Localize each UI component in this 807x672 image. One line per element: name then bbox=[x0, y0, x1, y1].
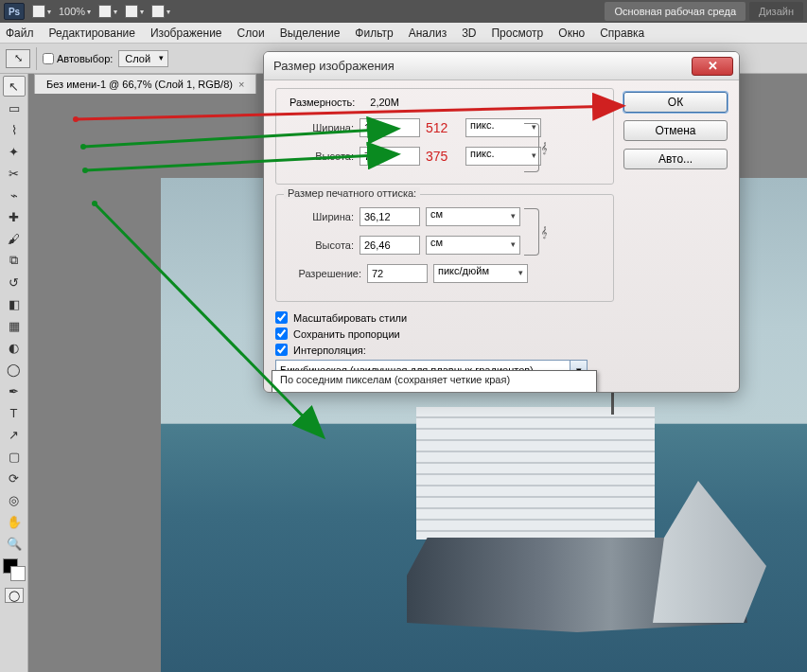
magic-wand-tool[interactable]: ✦ bbox=[3, 141, 26, 162]
pixel-width-input[interactable] bbox=[360, 118, 420, 137]
menu-filter[interactable]: Фильтр bbox=[355, 27, 393, 40]
menu-file[interactable]: Файл bbox=[6, 27, 34, 40]
menu-select[interactable]: Выделение bbox=[280, 27, 341, 40]
image-size-dialog: Размер изображения ✕ Размерность: 2,20M … bbox=[263, 51, 740, 393]
print-group-title: Размер печатного оттиска: bbox=[284, 187, 420, 199]
toolbox: ↖ ▭ ⌇ ✦ ✂ ⌁ ✚ 🖌 ⧉ ↺ ◧ ▦ ◐ ◯ ✒ T ↗ ▢ ⟳ ◎ … bbox=[0, 74, 28, 672]
type-tool[interactable]: T bbox=[3, 402, 26, 423]
keep-proportions-checkbox[interactable]: Сохранить пропорции bbox=[275, 327, 614, 340]
menu-image[interactable]: Изображение bbox=[150, 27, 222, 40]
quickmask-toggle[interactable]: ◯ bbox=[5, 588, 24, 603]
bridge-menu[interactable]: ▾ bbox=[32, 5, 51, 18]
healing-brush-tool[interactable]: ✚ bbox=[3, 206, 26, 227]
interp-option-0[interactable]: По соседним пикселам (сохраняет четкие к… bbox=[272, 371, 596, 388]
background-swatch[interactable] bbox=[10, 566, 26, 581]
lasso-tool[interactable]: ⌇ bbox=[3, 119, 26, 140]
dialog-titlebar[interactable]: Размер изображения ✕ bbox=[264, 52, 739, 80]
move-tool-preview[interactable]: ⤡ bbox=[6, 49, 30, 68]
3d-tool[interactable]: ⟳ bbox=[3, 468, 26, 488]
menu-help[interactable]: Справка bbox=[600, 27, 644, 40]
eraser-tool[interactable]: ◧ bbox=[3, 293, 26, 314]
scale-styles-checkbox[interactable]: Масштабировать стили bbox=[275, 311, 614, 324]
pixel-dimensions-group: Размерность: 2,20M Ширина: 512 пикс. Выс… bbox=[275, 88, 614, 185]
document-tab[interactable]: Без имени-1 @ 66,7% (Слой 1, RGB/8) × bbox=[34, 74, 256, 94]
menu-analysis[interactable]: Анализ bbox=[409, 27, 447, 40]
3d-camera-tool[interactable]: ◎ bbox=[3, 489, 26, 510]
print-height-label: Высота: bbox=[286, 239, 354, 251]
gradient-tool[interactable]: ▦ bbox=[3, 315, 26, 336]
print-width-label: Ширина: bbox=[286, 211, 354, 222]
print-width-unit[interactable]: см bbox=[426, 207, 520, 226]
eyedropper-tool[interactable]: ⌁ bbox=[3, 185, 26, 205]
dialog-close-button[interactable]: ✕ bbox=[692, 57, 733, 76]
resolution-input[interactable] bbox=[367, 264, 428, 283]
interpolation-dropdown: По соседним пикселам (сохраняет четкие к… bbox=[272, 370, 597, 393]
menu-edit[interactable]: Редактирование bbox=[49, 27, 135, 40]
print-size-group: Размер печатного оттиска: Ширина: см Выс… bbox=[275, 194, 614, 302]
chain-icon[interactable]: 𝄞 bbox=[541, 142, 548, 154]
print-height-input[interactable] bbox=[360, 236, 420, 255]
crop-tool[interactable]: ✂ bbox=[3, 163, 26, 184]
workspace-tab-main[interactable]: Основная рабочая среда bbox=[605, 2, 746, 21]
dialog-title: Размер изображения bbox=[270, 59, 692, 73]
screen-mode-icon[interactable]: ▾ bbox=[151, 5, 170, 18]
zoom-tool[interactable]: 🔍 bbox=[3, 533, 26, 554]
app-logo: Ps bbox=[4, 3, 25, 20]
cancel-button[interactable]: Отмена bbox=[623, 120, 728, 141]
shape-tool[interactable]: ▢ bbox=[3, 446, 26, 467]
pixel-height-new: 375 bbox=[426, 149, 460, 164]
pixel-height-input[interactable] bbox=[360, 147, 420, 166]
pixel-width-new: 512 bbox=[426, 120, 460, 135]
print-height-unit[interactable]: см bbox=[426, 236, 520, 255]
resolution-label: Разрешение: bbox=[286, 268, 361, 279]
pixel-width-label: Ширина: bbox=[286, 122, 354, 133]
interpolation-checkbox[interactable]: Интерполяция: bbox=[275, 344, 614, 356]
workspace-tab-design[interactable]: Дизайн bbox=[749, 2, 803, 21]
menu-3d[interactable]: 3D bbox=[462, 27, 476, 40]
dodge-tool[interactable]: ◯ bbox=[3, 359, 26, 380]
zoom-display[interactable]: 100%▾ bbox=[59, 6, 91, 17]
layer-select-dropdown[interactable]: Слой bbox=[118, 50, 168, 67]
brush-tool[interactable]: 🖌 bbox=[3, 228, 26, 249]
marquee-tool[interactable]: ▭ bbox=[3, 97, 26, 118]
arrange-docs-icon[interactable]: ▾ bbox=[125, 5, 144, 18]
interp-option-1[interactable]: Билинейная bbox=[272, 388, 596, 393]
hand-tool-icon[interactable]: ▾ bbox=[98, 5, 117, 18]
chain-icon-print[interactable]: 𝄞 bbox=[541, 226, 548, 239]
document-tab-close[interactable]: × bbox=[238, 79, 244, 90]
move-tool[interactable]: ↖ bbox=[3, 76, 26, 97]
hand-tool[interactable]: ✋ bbox=[3, 511, 26, 532]
auto-button[interactable]: Авто... bbox=[623, 149, 728, 169]
blur-tool[interactable]: ◐ bbox=[3, 337, 26, 358]
app-topbar: Ps ▾ 100%▾ ▾ ▾ ▾ Основная рабочая среда … bbox=[0, 0, 807, 23]
dimension-label: Размерность: bbox=[289, 97, 355, 108]
menubar: Файл Редактирование Изображение Слои Выд… bbox=[0, 23, 807, 44]
menu-layer[interactable]: Слои bbox=[237, 27, 265, 40]
resolution-unit[interactable]: пикс/дюйм bbox=[433, 264, 528, 283]
path-select-tool[interactable]: ↗ bbox=[3, 424, 26, 445]
auto-select-checkbox[interactable]: Автовыбор: bbox=[43, 53, 113, 64]
menu-view[interactable]: Просмотр bbox=[491, 27, 543, 40]
print-width-input[interactable] bbox=[360, 207, 420, 226]
stamp-tool[interactable]: ⧉ bbox=[3, 250, 26, 271]
history-brush-tool[interactable]: ↺ bbox=[3, 272, 26, 292]
menu-window[interactable]: Окно bbox=[558, 27, 585, 40]
document-tab-label: Без имени-1 @ 66,7% (Слой 1, RGB/8) bbox=[46, 79, 233, 90]
pen-tool[interactable]: ✒ bbox=[3, 380, 26, 401]
pixel-height-label: Высота: bbox=[286, 150, 354, 162]
color-swatches[interactable] bbox=[3, 558, 26, 581]
ok-button[interactable]: ОК bbox=[623, 92, 728, 113]
dimension-value: 2,20M bbox=[370, 97, 399, 108]
